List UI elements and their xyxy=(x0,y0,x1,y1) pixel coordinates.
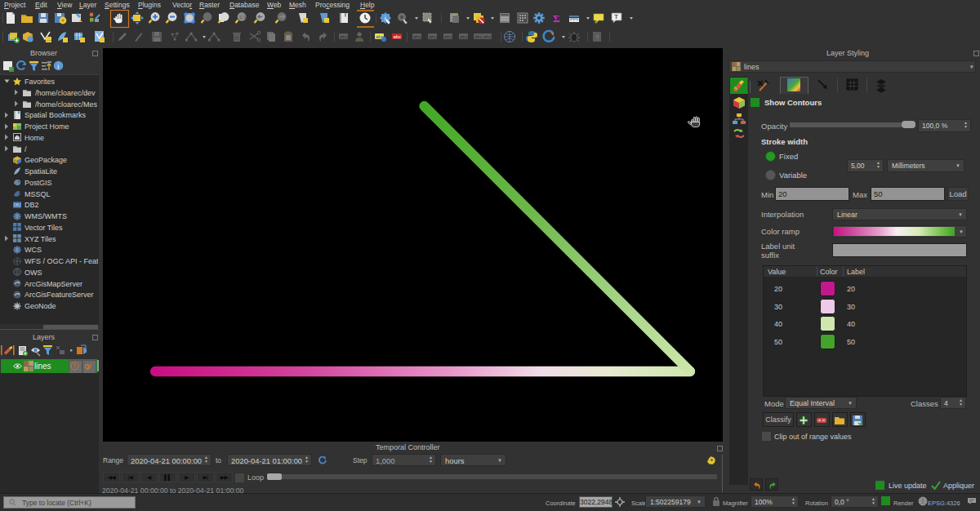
svg-text:abc: abc xyxy=(460,34,468,39)
svg-text:⋯: ⋯ xyxy=(47,38,51,42)
svg-text:DB2: DB2 xyxy=(14,203,21,207)
svg-text:abc: abc xyxy=(340,34,348,39)
svg-text:Σ: Σ xyxy=(553,12,560,24)
svg-text:abc: abc xyxy=(444,34,452,39)
svg-text:abc: abc xyxy=(474,34,483,39)
svg-text:abc: abc xyxy=(429,34,437,39)
svg-text:abc: abc xyxy=(413,34,421,39)
svg-text:1:1: 1:1 xyxy=(239,15,247,20)
svg-text:?: ? xyxy=(595,33,599,41)
svg-text:abc: abc xyxy=(483,34,492,39)
svg-text:abc: abc xyxy=(393,34,401,39)
svg-text:T: T xyxy=(614,13,618,20)
